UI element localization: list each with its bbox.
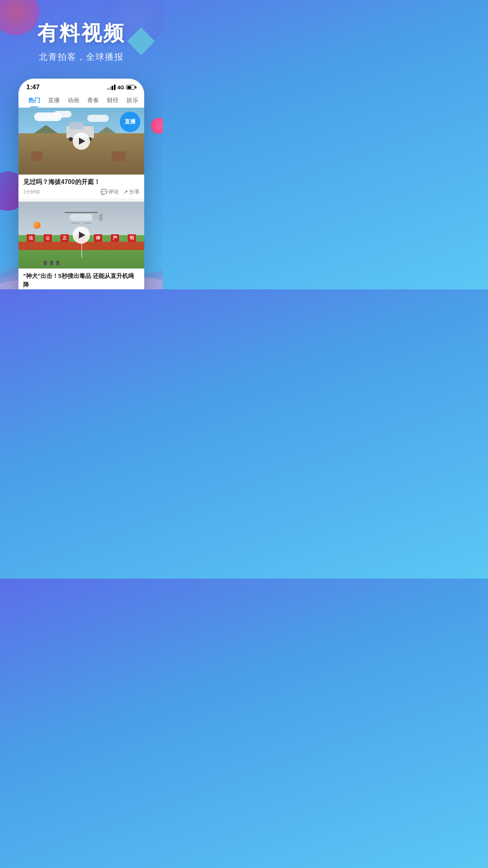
content-area: 直播 见过吗？海拔4700的开庭！ 1分钟前 💬 评论 ↗ <box>18 108 144 289</box>
phone-mockup: 1:47 4G 热门 直播 动画 <box>18 79 144 289</box>
play-triangle-icon-2 <box>79 232 85 239</box>
video-title-1: 见过吗？海拔4700的开庭！ <box>23 178 139 186</box>
video-actions-1: 💬 评论 ↗ 分享 <box>101 188 139 195</box>
battery-body <box>126 85 135 90</box>
comment-button-1[interactable]: 💬 评论 <box>101 188 119 195</box>
share-button-1[interactable]: ↗ 分享 <box>123 188 139 195</box>
tab-live[interactable]: 直播 <box>44 94 64 107</box>
battery-icon <box>126 85 136 90</box>
share-icon-1: ↗ <box>123 189 128 195</box>
play-triangle-icon <box>79 138 85 145</box>
red-tag-gong: 公 <box>44 234 52 242</box>
signal-bar-4 <box>114 85 116 90</box>
red-tag-lv: 律 <box>94 234 102 242</box>
phone-time: 1:47 <box>26 83 40 91</box>
status-bar: 1:47 4G <box>18 79 144 94</box>
header-section: 有料视频 北青拍客，全球播报 <box>0 0 163 71</box>
red-tag-yan: 严 <box>111 234 119 242</box>
battery-tip <box>135 86 136 88</box>
red-tag-zheng: 正 <box>61 234 69 242</box>
video-card-2: 法 公 正 纪 律 严 明 <box>18 202 144 289</box>
play-button-2[interactable] <box>73 226 90 244</box>
nav-tabs: 热门 直播 动画 青春 财经 娱乐 搞笑 <box>18 94 144 108</box>
comment-label-1: 评论 <box>108 188 119 195</box>
signal-icon <box>107 85 116 90</box>
video-title-2: "神犬"出击！5秒搜出毒品 还能从直升机绳降 <box>23 272 139 289</box>
play-button-1[interactable] <box>73 132 90 150</box>
sub-title: 北青拍客，全球播报 <box>0 51 163 63</box>
signal-bar-1 <box>107 88 109 90</box>
status-icons: 4G <box>107 85 136 90</box>
tab-animation[interactable]: 动画 <box>64 94 83 107</box>
tab-hot[interactable]: 热门 <box>24 94 44 107</box>
video-card-1: 直播 见过吗？海拔4700的开庭！ 1分钟前 💬 评论 ↗ <box>18 108 144 199</box>
tab-funny[interactable]: 搞笑 <box>142 94 144 107</box>
video-info-1: 见过吗？海拔4700的开庭！ 1分钟前 💬 评论 ↗ 分享 <box>18 175 144 199</box>
signal-bar-3 <box>112 86 113 90</box>
video-meta-1: 1分钟前 💬 评论 ↗ 分享 <box>23 188 139 195</box>
video-info-2: "神犬"出击！5秒搜出毒品 还能从直升机绳降 3分钟前 💬 评论 ↗ 分享 <box>18 268 144 289</box>
comment-icon-1: 💬 <box>101 189 107 195</box>
main-title: 有料视频 <box>0 20 163 47</box>
red-tag-fa: 法 <box>27 234 35 242</box>
tab-youth[interactable]: 青春 <box>83 94 103 107</box>
tab-entertainment[interactable]: 娱乐 <box>123 94 142 107</box>
tab-finance[interactable]: 财经 <box>103 94 123 107</box>
live-badge: 直播 <box>120 112 140 132</box>
network-label: 4G <box>117 85 124 90</box>
video-thumbnail-2[interactable]: 法 公 正 纪 律 严 明 <box>18 202 144 268</box>
phone-container: 1:47 4G 热门 直播 动画 <box>0 79 163 289</box>
share-label-1: 分享 <box>129 188 139 195</box>
signal-bar-2 <box>110 87 111 90</box>
battery-fill <box>127 86 131 89</box>
red-tag-ming: 明 <box>128 234 136 242</box>
video-time-1: 1分钟前 <box>23 189 40 195</box>
video-thumbnail-1[interactable]: 直播 <box>18 108 144 175</box>
